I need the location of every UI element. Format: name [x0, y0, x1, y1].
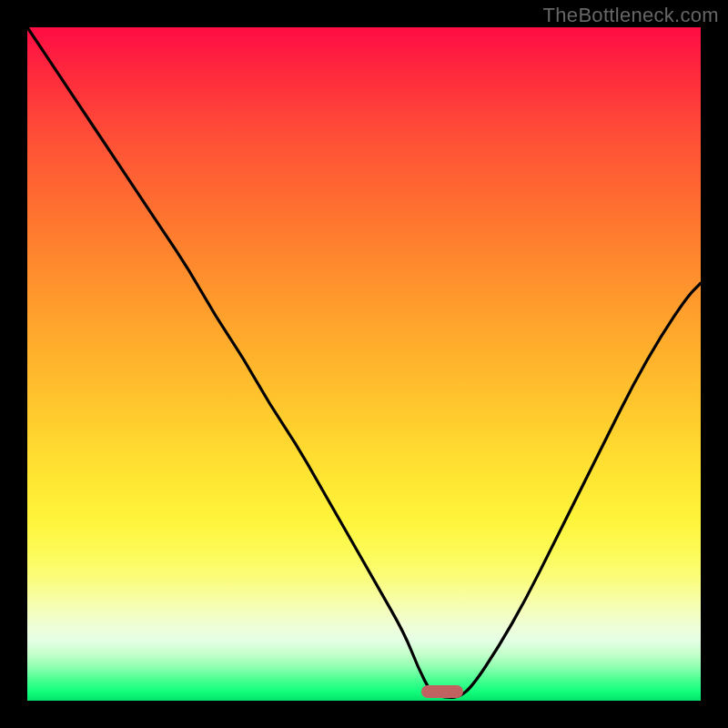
optimal-marker — [421, 685, 463, 698]
plot-area — [27, 27, 701, 701]
bottleneck-curve — [27, 27, 701, 701]
curve-path — [27, 27, 701, 697]
chart-frame: TheBottleneck.com — [0, 0, 728, 728]
watermark-label: TheBottleneck.com — [543, 4, 719, 27]
